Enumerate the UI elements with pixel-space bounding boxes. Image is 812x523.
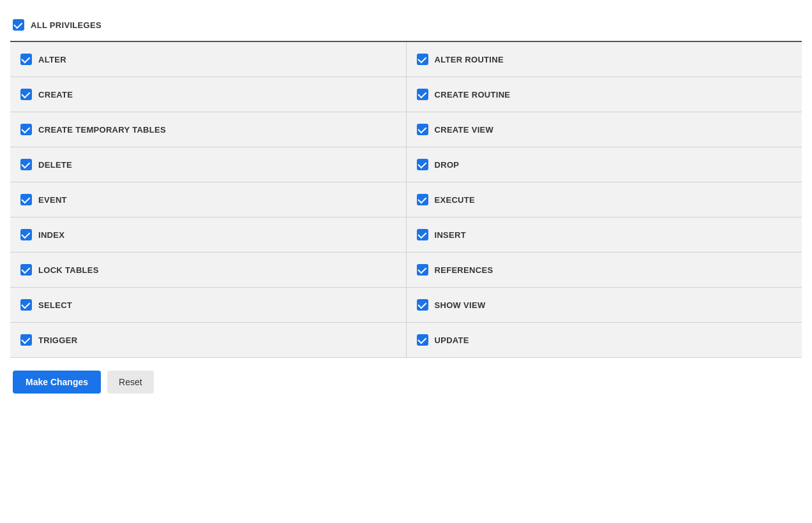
checkbox-left-7[interactable]: [20, 299, 32, 311]
privilege-row: CREATECREATE ROUTINE: [10, 77, 802, 112]
checkbox-left-2[interactable]: [20, 124, 32, 135]
privilege-cell-left-4: EVENT: [10, 182, 407, 217]
privilege-label-right-2: CREATE VIEW: [435, 125, 494, 135]
privilege-cell-left-5: INDEX: [10, 217, 407, 252]
privileges-grid: ALTERALTER ROUTINECREATECREATE ROUTINECR…: [10, 42, 802, 358]
privilege-label-right-7: SHOW VIEW: [435, 300, 486, 310]
privilege-cell-right-4: EXECUTE: [407, 182, 802, 217]
all-privileges-checkbox[interactable]: [13, 19, 24, 31]
privilege-cell-right-7: SHOW VIEW: [407, 288, 802, 322]
checkbox-right-1[interactable]: [417, 89, 428, 100]
privilege-cell-left-2: CREATE TEMPORARY TABLES: [10, 112, 407, 147]
privilege-row: ALTERALTER ROUTINE: [10, 42, 802, 77]
privilege-label-left-4: EVENT: [38, 195, 67, 205]
privilege-label-right-6: REFERENCES: [435, 265, 493, 275]
privilege-label-left-0: ALTER: [38, 55, 66, 64]
footer-actions: Make Changes Reset: [10, 358, 802, 400]
privilege-cell-left-0: ALTER: [10, 42, 407, 77]
page-container: ALL PRIVILEGES ALTERALTER ROUTINECREATEC…: [0, 0, 812, 523]
privilege-row: LOCK TABLESREFERENCES: [10, 253, 802, 288]
checkbox-left-8[interactable]: [20, 334, 32, 346]
checkbox-right-3[interactable]: [417, 159, 428, 170]
all-privileges-label: ALL PRIVILEGES: [31, 20, 102, 30]
privilege-cell-right-3: DROP: [407, 147, 802, 182]
privilege-cell-right-6: REFERENCES: [407, 253, 802, 287]
privilege-row: TRIGGERUPDATE: [10, 323, 802, 358]
privilege-label-right-5: INSERT: [435, 230, 466, 240]
checkbox-left-5[interactable]: [20, 229, 32, 240]
checkbox-right-0[interactable]: [417, 54, 428, 65]
checkbox-left-3[interactable]: [20, 159, 32, 170]
privilege-row: EVENTEXECUTE: [10, 182, 802, 217]
privilege-label-left-8: TRIGGER: [38, 335, 77, 345]
make-changes-button[interactable]: Make Changes: [13, 371, 101, 394]
privilege-cell-left-6: LOCK TABLES: [10, 253, 407, 287]
checkbox-left-1[interactable]: [20, 89, 32, 100]
privilege-cell-left-8: TRIGGER: [10, 323, 407, 357]
privilege-cell-left-1: CREATE: [10, 77, 407, 112]
privilege-label-left-5: INDEX: [38, 230, 64, 240]
privilege-row: DELETEDROP: [10, 147, 802, 182]
checkbox-right-6[interactable]: [417, 264, 428, 276]
reset-button[interactable]: Reset: [107, 371, 154, 394]
privilege-row: CREATE TEMPORARY TABLESCREATE VIEW: [10, 112, 802, 147]
privilege-cell-right-0: ALTER ROUTINE: [407, 42, 802, 77]
checkbox-right-8[interactable]: [417, 334, 428, 346]
checkbox-left-6[interactable]: [20, 264, 32, 276]
privilege-label-left-1: CREATE: [38, 90, 73, 99]
privilege-cell-left-7: SELECT: [10, 288, 407, 322]
checkbox-right-7[interactable]: [417, 299, 428, 311]
privilege-label-right-8: UPDATE: [435, 335, 469, 345]
privilege-label-left-7: SELECT: [38, 300, 72, 310]
privilege-row: INDEXINSERT: [10, 217, 802, 253]
privilege-label-left-3: DELETE: [38, 160, 72, 170]
privilege-cell-right-2: CREATE VIEW: [407, 112, 802, 147]
checkbox-left-4[interactable]: [20, 194, 32, 205]
privilege-cell-left-3: DELETE: [10, 147, 407, 182]
privilege-label-right-1: CREATE ROUTINE: [435, 90, 511, 99]
privilege-label-right-4: EXECUTE: [435, 195, 476, 205]
checkbox-left-0[interactable]: [20, 54, 32, 65]
privilege-label-left-2: CREATE TEMPORARY TABLES: [38, 125, 166, 135]
privilege-cell-right-5: INSERT: [407, 217, 802, 252]
checkbox-right-4[interactable]: [417, 194, 428, 205]
privilege-cell-right-1: CREATE ROUTINE: [407, 77, 802, 112]
privilege-label-left-6: LOCK TABLES: [38, 265, 99, 275]
privilege-cell-right-8: UPDATE: [407, 323, 802, 357]
all-privileges-row: ALL PRIVILEGES: [10, 13, 802, 41]
checkbox-right-5[interactable]: [417, 229, 428, 240]
checkbox-right-2[interactable]: [417, 124, 428, 135]
privilege-label-right-0: ALTER ROUTINE: [435, 55, 504, 64]
privilege-label-right-3: DROP: [435, 160, 460, 170]
privilege-row: SELECTSHOW VIEW: [10, 288, 802, 323]
